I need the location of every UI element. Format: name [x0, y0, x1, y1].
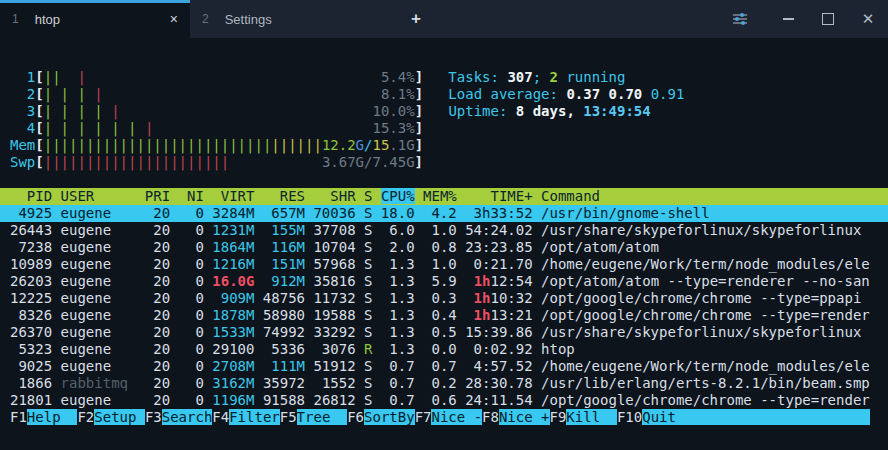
f5-tree-button[interactable]: Tree: [297, 409, 348, 425]
text-segment: 1866: [10, 375, 61, 391]
tasks-running-count: 2: [550, 69, 558, 85]
tab-htop[interactable]: 1 htop ×: [0, 0, 190, 38]
text-segment: [153, 120, 372, 136]
f3-search-button[interactable]: Search: [162, 409, 213, 425]
memory-total: 15: [372, 137, 389, 153]
tab-number: 1: [12, 12, 19, 26]
text-segment: running: [558, 69, 625, 85]
text-segment: 1216M 151M: [212, 256, 305, 272]
text-segment: [: [35, 69, 43, 85]
text-segment: 4925 eugene 20 0 3284M 657M 70036 S 18.0…: [10, 205, 710, 221]
memory-bar: |||||||||||||||||||||||||||: [44, 137, 272, 153]
text-segment: 10:32 /opt/google/chrome/chrome --type=p…: [490, 290, 861, 306]
text-segment: 1h: [474, 290, 491, 306]
f1-help-button[interactable]: Help: [27, 409, 78, 425]
text-segment: 909M: [221, 290, 255, 306]
f8-nice-plus-button[interactable]: Nice +: [499, 409, 550, 425]
swap-label: Swp: [10, 154, 35, 170]
process-row[interactable]: 26370 eugene 20 0 1533M 74992 33292 S 1.…: [0, 324, 888, 341]
f9-kill-button[interactable]: Kill: [566, 409, 617, 425]
f10-key[interactable]: F10: [617, 409, 642, 425]
f1-key[interactable]: F1: [10, 409, 27, 425]
header-columns-right[interactable]: MEM% TIME+ Command: [415, 188, 600, 204]
text-segment: ;: [533, 69, 550, 85]
text-segment: 35816 S 1.3 5.9: [305, 273, 474, 289]
table-header[interactable]: PID USER PRI NI VIRT RES SHR S CPU% MEM%…: [0, 188, 888, 205]
process-row[interactable]: 5323 eugene 20 0 29100 5336 3076 R 1.3 0…: [0, 341, 888, 358]
process-row[interactable]: 21801 eugene 20 0 1196M 91588 26812 S 0.…: [0, 392, 888, 409]
cpu2-bar: | | |: [44, 86, 95, 102]
f7-key[interactable]: F7: [415, 409, 432, 425]
process-row[interactable]: 9025 eugene 20 0 2708M 111M 51912 S 0.7 …: [0, 358, 888, 375]
text-segment: 1196M: [212, 392, 254, 408]
process-row[interactable]: 10989 eugene 20 0 1216M 151M 57968 S 1.3…: [0, 256, 888, 273]
text-segment: 26370 eugene 20 0: [10, 324, 212, 340]
text-segment: |: [94, 86, 102, 102]
close-icon: ✕: [862, 10, 875, 28]
load-average-label: Load average:: [448, 86, 566, 102]
text-segment: ]: [415, 120, 423, 136]
text-segment: 57968 S 1.3 1.0 0:21.70 /home/eugene/Wor…: [305, 256, 870, 272]
process-row[interactable]: 12225 eugene 20 0 909M 48756 11732 S 1.3…: [0, 290, 888, 307]
swap-usage: 3.67G/7.45G: [322, 154, 415, 170]
cpu1-meter-and-tasks: 1[|| | 5.4%] Tasks: 307; 2 running: [0, 69, 888, 86]
f6-sortby-button[interactable]: SortBy: [364, 409, 415, 425]
text-segment: 12225 eugene 20 0: [10, 290, 221, 306]
close-button[interactable]: ✕: [848, 0, 888, 38]
text-segment: 13:21 /opt/google/chrome/chrome --type=r…: [490, 307, 869, 323]
f6-key[interactable]: F6: [347, 409, 364, 425]
text-segment: 74992 33292 S 1.3 0.5 15:39.86 /usr/shar…: [254, 324, 861, 340]
tasks-count: 307: [507, 69, 532, 85]
memory-used: 12.2: [322, 137, 356, 153]
text-segment: [61, 69, 78, 85]
header-columns[interactable]: PID USER PRI NI VIRT RES SHR S: [10, 188, 381, 204]
new-tab-button[interactable]: +: [398, 0, 434, 38]
f9-key[interactable]: F9: [550, 409, 567, 425]
text-segment: [423, 86, 448, 102]
window-titlebar: 1 htop × 2 Settings + ✕: [0, 0, 888, 38]
f5-key[interactable]: F5: [280, 409, 297, 425]
cpu3-percent: 10.0%: [372, 103, 414, 119]
cpu1-percent: 5.4%: [372, 69, 414, 85]
sort-column-cpu[interactable]: CPU%: [381, 188, 415, 204]
cpu1-label: 1: [10, 69, 35, 85]
process-row[interactable]: 26203 eugene 20 0 16.0G 912M 35816 S 1.3…: [0, 273, 888, 290]
process-row-selected[interactable]: 4925 eugene 20 0 3284M 657M 70036 S 18.0…: [0, 205, 888, 222]
cpu2-meter-and-load: 2[| | | | 8.1%] Load average: 0.37 0.70 …: [0, 86, 888, 103]
uptime-time: 13:49:54: [583, 103, 650, 119]
text-segment: 1533M: [212, 324, 254, 340]
load-average-values: 0.37 0.70: [566, 86, 642, 102]
text-segment: 1864M 116M: [212, 239, 305, 255]
preferences-sliders-icon[interactable]: [720, 0, 760, 38]
f10-quit-button[interactable]: Quit: [642, 409, 870, 425]
text-segment: [642, 86, 650, 102]
cpu3-label: 3: [10, 103, 35, 119]
process-row[interactable]: 1866 rabbitmq 20 0 3162M 35972 1552 S 0.…: [0, 375, 888, 392]
process-row[interactable]: 7238 eugene 20 0 1864M 116M 10704 S 2.0 …: [0, 239, 888, 256]
text-segment: [: [35, 137, 43, 153]
tab-close-icon[interactable]: ×: [170, 12, 178, 26]
f4-key[interactable]: F4: [212, 409, 229, 425]
text-segment: 26443 eugene 20 0: [10, 222, 212, 238]
minimize-button[interactable]: [768, 0, 808, 38]
text-segment: rabbitmq: [61, 375, 137, 391]
f4-filter-button[interactable]: Filter: [229, 409, 280, 425]
text-segment: 37708 S 6.0 1.0 54:24.02 /usr/share/skyp…: [305, 222, 861, 238]
f8-key[interactable]: F8: [482, 409, 499, 425]
text-segment: [423, 103, 448, 119]
text-segment: 10989 eugene 20 0: [10, 256, 212, 272]
cpu4-percent: 15.3%: [372, 120, 414, 136]
minimize-icon: [783, 18, 794, 20]
text-segment: 912M: [263, 273, 305, 289]
tab-settings[interactable]: 2 Settings: [190, 0, 380, 38]
process-row[interactable]: 26443 eugene 20 0 1231M 155M 37708 S 6.0…: [0, 222, 888, 239]
f2-key[interactable]: F2: [77, 409, 94, 425]
text-segment: [254, 273, 262, 289]
process-row[interactable]: 8326 eugene 20 0 1878M 58980 19588 S 1.3…: [0, 307, 888, 324]
cpu3-meter-and-uptime: 3[| | | | | 10.0%] Uptime: 8 days, 13:49…: [0, 103, 888, 120]
f3-key[interactable]: F3: [145, 409, 162, 425]
f2-setup-button[interactable]: Setup: [94, 409, 145, 425]
maximize-button[interactable]: [808, 0, 848, 38]
f7-nice-minus-button[interactable]: Nice -: [431, 409, 482, 425]
cpu1-bar: ||: [44, 69, 61, 85]
